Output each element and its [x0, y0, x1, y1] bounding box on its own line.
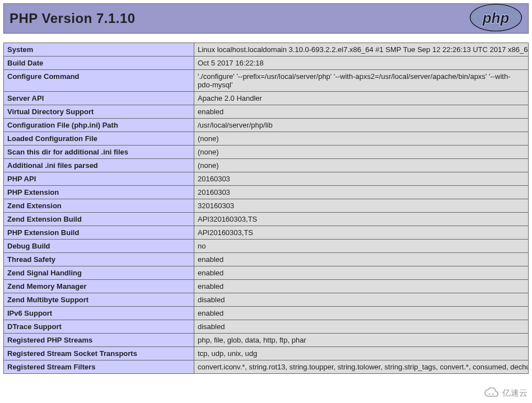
phpinfo-table: SystemLinux localhost.localdomain 3.10.0…	[3, 43, 529, 374]
table-row: Virtual Directory Supportenabled	[4, 105, 529, 119]
config-value: (none)	[194, 159, 529, 172]
table-row: DTrace Supportdisabled	[4, 320, 529, 334]
table-row: Thread Safetyenabled	[4, 253, 529, 266]
config-value: Apache 2.0 Handler	[194, 92, 529, 105]
config-key: PHP API	[4, 172, 194, 186]
config-value: (none)	[194, 132, 529, 146]
config-value: API20160303,TS	[194, 226, 529, 240]
table-row: Configure Command'./configure' '--prefix…	[4, 70, 529, 92]
config-key: PHP Extension Build	[4, 226, 194, 240]
phpinfo-header: PHP Version 7.1.10 php	[3, 3, 529, 34]
config-key: PHP Extension	[4, 186, 194, 199]
table-row: Zend Memory Managerenabled	[4, 280, 529, 293]
config-value: 20160303	[194, 172, 529, 186]
config-value: API320160303,TS	[194, 213, 529, 226]
config-key: DTrace Support	[4, 320, 194, 334]
table-row: PHP API20160303	[4, 172, 529, 186]
config-value: tcp, udp, unix, udg	[194, 347, 529, 360]
config-key: IPv6 Support	[4, 307, 194, 320]
table-row: IPv6 Supportenabled	[4, 307, 529, 320]
config-value: 320160303	[194, 199, 529, 213]
config-key: Debug Build	[4, 240, 194, 253]
config-key: Thread Safety	[4, 253, 194, 266]
config-key: Loaded Configuration File	[4, 132, 194, 146]
config-key: Configuration File (php.ini) Path	[4, 119, 194, 132]
watermark-text: 亿速云	[502, 388, 528, 399]
config-value: php, file, glob, data, http, ftp, phar	[194, 334, 529, 347]
table-row: Scan this dir for additional .ini files(…	[4, 146, 529, 159]
config-value: 20160303	[194, 186, 529, 199]
config-key: Zend Memory Manager	[4, 280, 194, 293]
config-key: Registered PHP Streams	[4, 334, 194, 347]
config-key: Registered Stream Socket Transports	[4, 347, 194, 360]
table-row: Configuration File (php.ini) Path/usr/lo…	[4, 119, 529, 132]
config-value: enabled	[194, 280, 529, 293]
config-value: convert.iconv.*, string.rot13, string.to…	[194, 360, 529, 374]
table-row: PHP Extension BuildAPI20160303,TS	[4, 226, 529, 240]
config-value: enabled	[194, 307, 529, 320]
table-row: Zend Extension BuildAPI320160303,TS	[4, 213, 529, 226]
config-key: Scan this dir for additional .ini files	[4, 146, 194, 159]
config-value: enabled	[194, 105, 529, 119]
config-key: Configure Command	[4, 70, 194, 92]
watermark: 亿速云	[483, 387, 528, 399]
config-value: './configure' '--prefix=/usr/local/serve…	[194, 70, 529, 92]
config-key: System	[4, 43, 194, 57]
config-value: disabled	[194, 293, 529, 307]
config-value: /usr/local/server/php/lib	[194, 119, 529, 132]
table-row: Loaded Configuration File(none)	[4, 132, 529, 146]
config-value: enabled	[194, 253, 529, 266]
cloud-icon	[483, 387, 500, 399]
table-row: PHP Extension20160303	[4, 186, 529, 199]
table-row: Registered PHP Streamsphp, file, glob, d…	[4, 334, 529, 347]
table-row: Zend Extension320160303	[4, 199, 529, 213]
table-row: Zend Multibyte Supportdisabled	[4, 293, 529, 307]
config-key: Additional .ini files parsed	[4, 159, 194, 172]
config-key: Registered Stream Filters	[4, 360, 194, 374]
config-key: Virtual Directory Support	[4, 105, 194, 119]
table-row: Build DateOct 5 2017 16:22:18	[4, 57, 529, 70]
page-title: PHP Version 7.1.10	[10, 11, 522, 26]
config-key: Zend Extension	[4, 199, 194, 213]
config-key: Zend Signal Handling	[4, 266, 194, 280]
config-key: Zend Multibyte Support	[4, 293, 194, 307]
config-value: Oct 5 2017 16:22:18	[194, 57, 529, 70]
config-key: Server API	[4, 92, 194, 105]
php-logo-icon: php	[469, 4, 522, 34]
config-value: Linux localhost.localdomain 3.10.0-693.2…	[194, 43, 529, 57]
table-row: Registered Stream Filtersconvert.iconv.*…	[4, 360, 529, 374]
config-value: disabled	[194, 320, 529, 334]
table-row: Debug Buildno	[4, 240, 529, 253]
table-row: Server APIApache 2.0 Handler	[4, 92, 529, 105]
config-value: (none)	[194, 146, 529, 159]
config-key: Zend Extension Build	[4, 213, 194, 226]
table-row: Zend Signal Handlingenabled	[4, 266, 529, 280]
config-value: enabled	[194, 266, 529, 280]
config-key: Build Date	[4, 57, 194, 70]
table-row: Additional .ini files parsed(none)	[4, 159, 529, 172]
svg-point-2	[489, 393, 491, 395]
config-value: no	[194, 240, 529, 253]
table-row: SystemLinux localhost.localdomain 3.10.0…	[4, 43, 529, 57]
svg-text:php: php	[482, 10, 510, 26]
svg-point-3	[492, 393, 494, 395]
table-row: Registered Stream Socket Transportstcp, …	[4, 347, 529, 360]
